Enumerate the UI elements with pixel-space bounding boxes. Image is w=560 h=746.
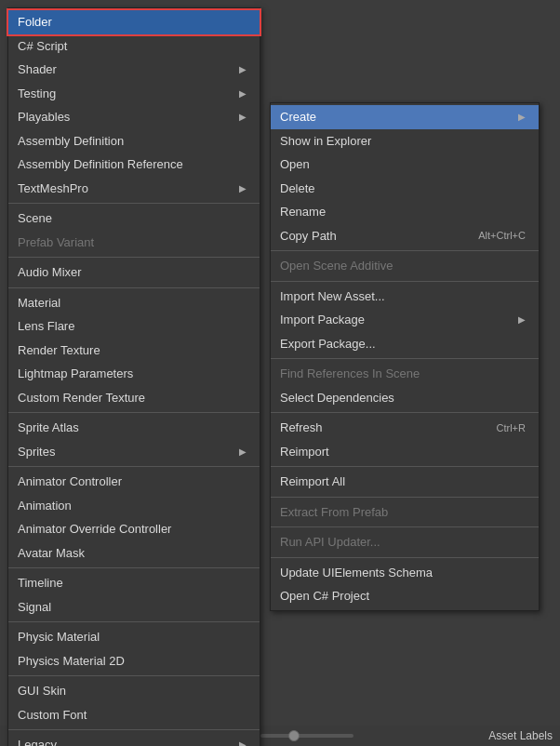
right-separator-1 (271, 250, 539, 251)
menu-item-material[interactable]: Material (8, 291, 260, 315)
menu-item-lightmap-parameters-label: Lightmap Parameters (18, 365, 133, 383)
menu-item-reimport[interactable]: Reimport (271, 440, 539, 464)
menu-item-testing[interactable]: Testing ▶ (8, 82, 260, 106)
menu-item-custom-font[interactable]: Custom Font (8, 703, 260, 727)
menu-item-textmeshpro[interactable]: TextMeshPro ▶ (8, 177, 260, 201)
menu-item-reimport-all-label: Reimport All (280, 473, 345, 491)
menu-item-copy-path-label: Copy Path (280, 227, 337, 246)
menu-item-sprite-atlas[interactable]: Sprite Atlas (8, 416, 260, 440)
menu-item-export-package[interactable]: Export Package... (271, 332, 539, 356)
menu-item-lens-flare[interactable]: Lens Flare (8, 314, 260, 339)
menu-item-animation-label: Animation (18, 497, 72, 515)
menu-item-custom-font-label: Custom Font (18, 706, 87, 725)
menu-item-folder[interactable]: Folder (7, 8, 261, 36)
menu-item-prefab-variant-label: Prefab Variant (18, 233, 94, 252)
submenu-arrow-import-package: ▶ (518, 313, 526, 326)
menu-item-open-csharp-project[interactable]: Open C# Project (271, 584, 539, 608)
menu-item-import-package-label: Import Package (280, 311, 365, 329)
menu-item-physic-material[interactable]: Physic Material (8, 625, 260, 649)
menu-item-update-uielements-schema[interactable]: Update UIElements Schema (271, 561, 539, 585)
submenu-arrow-playables: ▶ (239, 110, 247, 124)
menu-item-assembly-definition-label: Assembly Definition (18, 132, 124, 151)
menu-item-csharp-script[interactable]: C# Script (8, 34, 260, 59)
menu-item-reimport-label: Reimport (280, 443, 329, 461)
menu-item-assembly-definition-reference[interactable]: Assembly Definition Reference (8, 153, 260, 177)
menu-item-export-package-label: Export Package... (280, 335, 376, 353)
menu-item-open-scene-additive-label: Open Scene Additive (280, 257, 393, 275)
menu-item-render-texture[interactable]: Render Texture (8, 339, 260, 363)
separator-7 (8, 621, 260, 622)
menu-item-scene-label: Scene (18, 209, 52, 228)
menu-item-open-label: Open (280, 155, 310, 174)
menu-item-prefab-variant: Prefab Variant (8, 231, 260, 255)
menu-item-delete[interactable]: Delete (271, 177, 539, 201)
menu-item-create[interactable]: Create ▶ (271, 105, 539, 129)
menu-item-rename-label: Rename (280, 203, 326, 221)
menu-item-refresh-shortcut: Ctrl+R (497, 420, 526, 436)
menu-item-render-texture-label: Render Texture (18, 341, 100, 360)
menu-item-show-in-explorer[interactable]: Show in Explorer (271, 129, 539, 153)
menu-item-select-dependencies[interactable]: Select Dependencies (271, 386, 539, 410)
menu-item-run-api-updater-label: Run API Updater... (280, 533, 380, 552)
menu-item-shader[interactable]: Shader ▶ (8, 58, 260, 82)
menu-item-assembly-definition-reference-label: Assembly Definition Reference (18, 155, 183, 174)
menu-item-physics-material-2d[interactable]: Physics Material 2D (8, 649, 260, 673)
menu-item-find-references-in-scene-label: Find References In Scene (280, 365, 420, 383)
menu-item-show-in-explorer-label: Show in Explorer (280, 132, 371, 151)
menu-item-open[interactable]: Open (271, 153, 539, 177)
menu-item-extract-from-prefab-label: Extract From Prefab (280, 503, 388, 522)
zoom-slider-thumb[interactable] (288, 730, 300, 741)
menu-item-timeline[interactable]: Timeline (8, 571, 260, 595)
separator-1 (8, 203, 260, 204)
menu-item-csharp-script-label: C# Script (18, 37, 67, 56)
menu-item-refresh[interactable]: Refresh Ctrl+R (271, 416, 539, 440)
right-separator-2 (271, 281, 539, 282)
menu-item-avatar-mask-label: Avatar Mask (18, 544, 85, 563)
menu-item-gui-skin[interactable]: GUI Skin (8, 679, 260, 703)
zoom-slider-area[interactable] (260, 727, 381, 744)
menu-item-avatar-mask[interactable]: Avatar Mask (8, 541, 260, 566)
zoom-slider-track[interactable] (260, 734, 353, 738)
menu-item-animator-override-controller[interactable]: Animator Override Controller (8, 517, 260, 541)
menu-item-audio-mixer-label: Audio Mixer (18, 263, 82, 282)
menu-item-playables-label: Playables (18, 108, 70, 127)
menu-item-copy-path[interactable]: Copy Path Alt+Ctrl+C (271, 224, 539, 248)
menu-item-import-package[interactable]: Import Package ▶ (271, 308, 539, 332)
right-separator-5 (271, 466, 539, 467)
separator-2 (8, 257, 260, 258)
menu-item-reimport-all[interactable]: Reimport All (271, 470, 539, 494)
menu-item-open-scene-additive: Open Scene Additive (271, 254, 539, 278)
right-separator-3 (271, 358, 539, 359)
menu-item-rename[interactable]: Rename (271, 200, 539, 224)
menu-item-timeline-label: Timeline (18, 574, 63, 593)
menu-item-animation[interactable]: Animation (8, 494, 260, 518)
menu-item-update-uielements-schema-label: Update UIElements Schema (280, 564, 433, 582)
menu-item-scene[interactable]: Scene (8, 206, 260, 231)
menu-item-import-new-asset-label: Import New Asset... (280, 287, 385, 306)
separator-4 (8, 412, 260, 413)
menu-item-signal[interactable]: Signal (8, 595, 260, 619)
submenu-arrow-create: ▶ (518, 110, 526, 124)
menu-item-run-api-updater: Run API Updater... (271, 530, 539, 554)
separator-9 (8, 729, 260, 730)
menu-item-animator-controller[interactable]: Animator Controller (8, 470, 260, 494)
menu-item-assembly-definition[interactable]: Assembly Definition (8, 129, 260, 153)
right-separator-6 (271, 497, 539, 498)
menu-item-physics-material-2d-label: Physics Material 2D (18, 652, 125, 671)
submenu-arrow-textmeshpro: ▶ (239, 181, 247, 195)
menu-item-delete-label: Delete (280, 180, 315, 198)
menu-item-playables[interactable]: Playables ▶ (8, 105, 260, 129)
menu-item-custom-render-texture[interactable]: Custom Render Texture (8, 386, 260, 410)
right-separator-4 (271, 412, 539, 413)
menu-item-sprites[interactable]: Sprites ▶ (8, 440, 260, 464)
separator-6 (8, 567, 260, 568)
menu-item-legacy[interactable]: Legacy ▶ (8, 733, 260, 746)
menu-item-import-new-asset[interactable]: Import New Asset... (271, 285, 539, 309)
submenu-arrow-testing: ▶ (239, 87, 247, 100)
menu-item-textmeshpro-label: TextMeshPro (18, 180, 88, 198)
menu-item-extract-from-prefab: Extract From Prefab (271, 500, 539, 525)
menu-item-shader-label: Shader (18, 60, 57, 79)
menu-item-lightmap-parameters[interactable]: Lightmap Parameters (8, 362, 260, 386)
menu-item-audio-mixer[interactable]: Audio Mixer (8, 260, 260, 285)
menu-item-testing-label: Testing (18, 85, 56, 103)
